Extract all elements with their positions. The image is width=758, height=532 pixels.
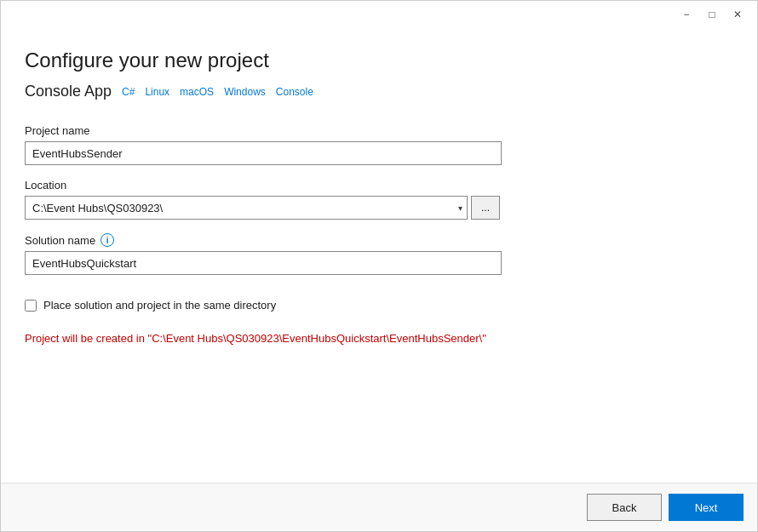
maximize-button[interactable]: □ [699,2,725,27]
main-window: − □ ✕ Configure your new project Console… [0,0,758,532]
info-icon[interactable]: i [100,233,114,247]
titlebar: − □ ✕ [1,1,757,28]
same-directory-label[interactable]: Place solution and project in the same d… [43,299,276,312]
tag-console: Console [276,86,313,98]
close-button[interactable]: ✕ [725,2,750,27]
location-dropdown[interactable]: C:\Event Hubs\QS030923\ [25,196,468,220]
solution-name-input[interactable] [25,251,502,275]
back-button[interactable]: Back [587,494,662,521]
same-directory-checkbox[interactable] [25,300,37,312]
location-section: Location C:\Event Hubs\QS030923\ ... [25,179,733,220]
next-button[interactable]: Next [669,494,744,521]
page-title: Configure your new project [25,49,733,72]
location-row: C:\Event Hubs\QS030923\ ... [25,196,733,220]
minimize-button[interactable]: − [674,2,699,27]
solution-name-section: Solution name i [25,233,733,275]
footer: Back Next [1,483,757,531]
browse-button[interactable]: ... [471,196,500,220]
tag-windows: Windows [224,86,266,98]
project-path-text: Project will be created in "C:\Event Hub… [25,332,733,345]
project-name-section: Project name [25,124,733,165]
app-name-label: Console App [25,83,112,100]
subtitle-row: Console App C# Linux macOS Windows Conso… [25,83,733,100]
location-dropdown-wrapper: C:\Event Hubs\QS030923\ [25,196,468,220]
tag-csharp: C# [122,86,135,98]
project-name-input[interactable] [25,141,502,165]
project-name-label: Project name [25,124,733,137]
solution-name-label: Solution name i [25,233,733,247]
tag-linux: Linux [145,86,169,98]
tag-macos: macOS [180,86,214,98]
main-content: Configure your new project Console App C… [1,28,757,483]
same-directory-row: Place solution and project in the same d… [25,299,733,312]
location-label: Location [25,179,733,192]
